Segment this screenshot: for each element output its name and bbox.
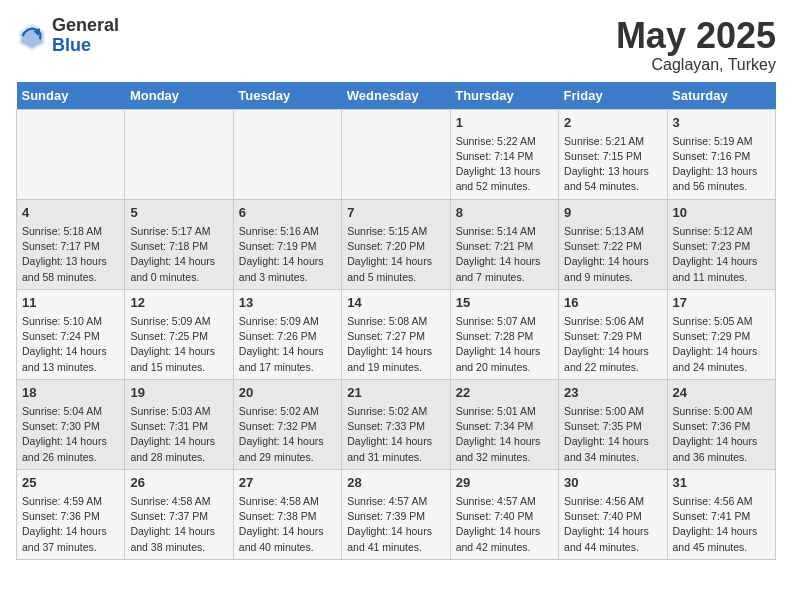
day-info: Sunrise: 5:13 AM Sunset: 7:22 PM Dayligh…	[564, 224, 661, 285]
day-info: Sunrise: 5:01 AM Sunset: 7:34 PM Dayligh…	[456, 404, 553, 465]
calendar-cell: 28Sunrise: 4:57 AM Sunset: 7:39 PM Dayli…	[342, 469, 450, 559]
day-number: 2	[564, 114, 661, 132]
day-number: 12	[130, 294, 227, 312]
calendar-cell	[233, 109, 341, 199]
day-info: Sunrise: 5:06 AM Sunset: 7:29 PM Dayligh…	[564, 314, 661, 375]
day-number: 31	[673, 474, 770, 492]
day-number: 30	[564, 474, 661, 492]
calendar-cell: 21Sunrise: 5:02 AM Sunset: 7:33 PM Dayli…	[342, 379, 450, 469]
day-number: 17	[673, 294, 770, 312]
day-number: 9	[564, 204, 661, 222]
month-title: May 2025	[616, 16, 776, 56]
logo-name-general: General	[52, 16, 119, 36]
calendar-cell: 16Sunrise: 5:06 AM Sunset: 7:29 PM Dayli…	[559, 289, 667, 379]
calendar-week-row: 18Sunrise: 5:04 AM Sunset: 7:30 PM Dayli…	[17, 379, 776, 469]
day-info: Sunrise: 5:00 AM Sunset: 7:36 PM Dayligh…	[673, 404, 770, 465]
calendar-cell: 26Sunrise: 4:58 AM Sunset: 7:37 PM Dayli…	[125, 469, 233, 559]
day-info: Sunrise: 5:09 AM Sunset: 7:25 PM Dayligh…	[130, 314, 227, 375]
location-subtitle: Caglayan, Turkey	[616, 56, 776, 74]
calendar-cell	[125, 109, 233, 199]
day-number: 27	[239, 474, 336, 492]
calendar-cell: 13Sunrise: 5:09 AM Sunset: 7:26 PM Dayli…	[233, 289, 341, 379]
weekday-header-monday: Monday	[125, 82, 233, 110]
calendar-header: SundayMondayTuesdayWednesdayThursdayFrid…	[17, 82, 776, 110]
calendar-cell: 8Sunrise: 5:14 AM Sunset: 7:21 PM Daylig…	[450, 199, 558, 289]
day-info: Sunrise: 4:57 AM Sunset: 7:39 PM Dayligh…	[347, 494, 444, 555]
calendar-cell: 12Sunrise: 5:09 AM Sunset: 7:25 PM Dayli…	[125, 289, 233, 379]
calendar-week-row: 4Sunrise: 5:18 AM Sunset: 7:17 PM Daylig…	[17, 199, 776, 289]
calendar-cell: 9Sunrise: 5:13 AM Sunset: 7:22 PM Daylig…	[559, 199, 667, 289]
day-number: 18	[22, 384, 119, 402]
day-number: 3	[673, 114, 770, 132]
day-number: 6	[239, 204, 336, 222]
logo: General Blue	[16, 16, 119, 56]
day-number: 15	[456, 294, 553, 312]
day-info: Sunrise: 4:57 AM Sunset: 7:40 PM Dayligh…	[456, 494, 553, 555]
day-info: Sunrise: 5:09 AM Sunset: 7:26 PM Dayligh…	[239, 314, 336, 375]
title-block: May 2025 Caglayan, Turkey	[616, 16, 776, 74]
day-number: 26	[130, 474, 227, 492]
day-number: 24	[673, 384, 770, 402]
day-number: 25	[22, 474, 119, 492]
day-info: Sunrise: 5:14 AM Sunset: 7:21 PM Dayligh…	[456, 224, 553, 285]
day-info: Sunrise: 5:03 AM Sunset: 7:31 PM Dayligh…	[130, 404, 227, 465]
day-number: 14	[347, 294, 444, 312]
weekday-header-friday: Friday	[559, 82, 667, 110]
day-info: Sunrise: 5:21 AM Sunset: 7:15 PM Dayligh…	[564, 134, 661, 195]
day-number: 5	[130, 204, 227, 222]
day-number: 16	[564, 294, 661, 312]
calendar-cell: 24Sunrise: 5:00 AM Sunset: 7:36 PM Dayli…	[667, 379, 775, 469]
weekday-header-row: SundayMondayTuesdayWednesdayThursdayFrid…	[17, 82, 776, 110]
calendar-week-row: 1Sunrise: 5:22 AM Sunset: 7:14 PM Daylig…	[17, 109, 776, 199]
day-number: 23	[564, 384, 661, 402]
calendar-table: SundayMondayTuesdayWednesdayThursdayFrid…	[16, 82, 776, 560]
calendar-cell: 14Sunrise: 5:08 AM Sunset: 7:27 PM Dayli…	[342, 289, 450, 379]
calendar-week-row: 25Sunrise: 4:59 AM Sunset: 7:36 PM Dayli…	[17, 469, 776, 559]
calendar-cell: 18Sunrise: 5:04 AM Sunset: 7:30 PM Dayli…	[17, 379, 125, 469]
calendar-cell: 20Sunrise: 5:02 AM Sunset: 7:32 PM Dayli…	[233, 379, 341, 469]
day-info: Sunrise: 5:00 AM Sunset: 7:35 PM Dayligh…	[564, 404, 661, 465]
day-number: 28	[347, 474, 444, 492]
calendar-cell: 15Sunrise: 5:07 AM Sunset: 7:28 PM Dayli…	[450, 289, 558, 379]
page-header: General Blue May 2025 Caglayan, Turkey	[16, 16, 776, 74]
day-info: Sunrise: 4:56 AM Sunset: 7:40 PM Dayligh…	[564, 494, 661, 555]
day-number: 13	[239, 294, 336, 312]
day-number: 1	[456, 114, 553, 132]
calendar-cell: 30Sunrise: 4:56 AM Sunset: 7:40 PM Dayli…	[559, 469, 667, 559]
weekday-header-thursday: Thursday	[450, 82, 558, 110]
weekday-header-wednesday: Wednesday	[342, 82, 450, 110]
calendar-cell: 6Sunrise: 5:16 AM Sunset: 7:19 PM Daylig…	[233, 199, 341, 289]
day-number: 29	[456, 474, 553, 492]
day-info: Sunrise: 5:17 AM Sunset: 7:18 PM Dayligh…	[130, 224, 227, 285]
day-info: Sunrise: 5:02 AM Sunset: 7:32 PM Dayligh…	[239, 404, 336, 465]
day-number: 22	[456, 384, 553, 402]
day-number: 4	[22, 204, 119, 222]
calendar-cell: 2Sunrise: 5:21 AM Sunset: 7:15 PM Daylig…	[559, 109, 667, 199]
calendar-week-row: 11Sunrise: 5:10 AM Sunset: 7:24 PM Dayli…	[17, 289, 776, 379]
calendar-body: 1Sunrise: 5:22 AM Sunset: 7:14 PM Daylig…	[17, 109, 776, 559]
logo-icon	[16, 20, 48, 52]
day-info: Sunrise: 5:22 AM Sunset: 7:14 PM Dayligh…	[456, 134, 553, 195]
day-info: Sunrise: 5:08 AM Sunset: 7:27 PM Dayligh…	[347, 314, 444, 375]
day-info: Sunrise: 5:10 AM Sunset: 7:24 PM Dayligh…	[22, 314, 119, 375]
calendar-cell: 23Sunrise: 5:00 AM Sunset: 7:35 PM Dayli…	[559, 379, 667, 469]
day-info: Sunrise: 4:59 AM Sunset: 7:36 PM Dayligh…	[22, 494, 119, 555]
day-number: 10	[673, 204, 770, 222]
day-info: Sunrise: 4:58 AM Sunset: 7:38 PM Dayligh…	[239, 494, 336, 555]
day-number: 11	[22, 294, 119, 312]
day-number: 20	[239, 384, 336, 402]
calendar-cell	[342, 109, 450, 199]
day-info: Sunrise: 4:58 AM Sunset: 7:37 PM Dayligh…	[130, 494, 227, 555]
calendar-cell: 5Sunrise: 5:17 AM Sunset: 7:18 PM Daylig…	[125, 199, 233, 289]
weekday-header-saturday: Saturday	[667, 82, 775, 110]
calendar-cell: 19Sunrise: 5:03 AM Sunset: 7:31 PM Dayli…	[125, 379, 233, 469]
calendar-cell: 4Sunrise: 5:18 AM Sunset: 7:17 PM Daylig…	[17, 199, 125, 289]
day-info: Sunrise: 5:15 AM Sunset: 7:20 PM Dayligh…	[347, 224, 444, 285]
day-info: Sunrise: 5:12 AM Sunset: 7:23 PM Dayligh…	[673, 224, 770, 285]
calendar-cell: 29Sunrise: 4:57 AM Sunset: 7:40 PM Dayli…	[450, 469, 558, 559]
logo-name-blue: Blue	[52, 36, 119, 56]
day-number: 7	[347, 204, 444, 222]
weekday-header-sunday: Sunday	[17, 82, 125, 110]
day-info: Sunrise: 5:18 AM Sunset: 7:17 PM Dayligh…	[22, 224, 119, 285]
day-info: Sunrise: 5:04 AM Sunset: 7:30 PM Dayligh…	[22, 404, 119, 465]
